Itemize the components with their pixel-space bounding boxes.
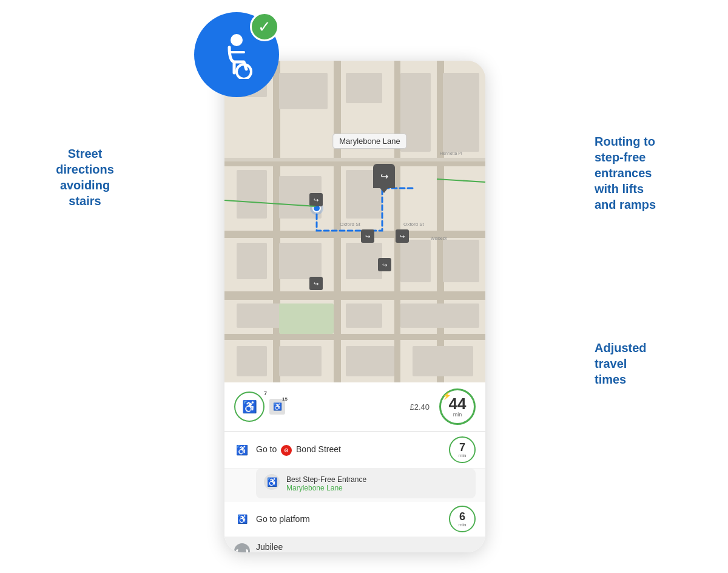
platform-icon: ♿ (234, 511, 250, 527)
route-price: £2.40 (352, 402, 434, 412)
svg-rect-21 (443, 73, 479, 152)
step-bond-street-text: Go to ⊝ Bond Street (256, 444, 443, 456)
svg-text:♿: ♿ (267, 477, 278, 487)
best-entrance-box[interactable]: ♿ Best Step-Free Entrance Marylebone Lan… (256, 469, 476, 498)
svg-rect-32 (346, 346, 394, 376)
svg-rect-18 (346, 73, 382, 103)
jubilee-direction: Southbound (256, 552, 295, 552)
annotation-routing: Routing to step-free entrances with lift… (595, 134, 716, 212)
entrance-box-icon: ♿ (263, 473, 280, 493)
svg-text:Welbeck: Welbeck (431, 236, 447, 240)
route-icons: ♿ 15 (269, 399, 347, 415)
bolt-icon: ⚡ (442, 392, 451, 400)
annotation-left-text: Street directions avoiding stairs (24, 146, 146, 209)
entrance-link: Marylebone Lane (286, 484, 366, 492)
bond-street-time-circle: 7 min (449, 436, 476, 463)
svg-rect-7 (224, 291, 485, 300)
bottom-panel: ♿ 7 ♿ 15 £2.40 ⚡ 44 min ♿ Go to ⊝ (224, 382, 485, 552)
jubilee-line-name: Jubilee (256, 542, 295, 552)
svg-rect-33 (413, 346, 473, 376)
route-summary-row[interactable]: ♿ 7 ♿ 15 £2.40 ⚡ 44 min (224, 382, 485, 432)
jubilee-line-icon (234, 543, 250, 552)
map-area: Oxford St Oxford St Henrietta Pl Welbeck… (224, 61, 485, 382)
jubilee-row[interactable]: Jubilee Southbound (224, 537, 485, 552)
svg-text:Oxford St: Oxford St (340, 222, 361, 227)
platform-row[interactable]: ♿ Go to platform 6 min (224, 502, 485, 536)
annotation-right-top-text: Routing to step-free entrances with lift… (595, 134, 716, 212)
svg-rect-25 (400, 240, 431, 282)
svg-rect-34 (279, 303, 334, 334)
svg-rect-30 (237, 346, 267, 376)
check-icon: ✓ (258, 18, 271, 36)
total-time-label: min (453, 412, 462, 418)
annotation-travel-times: Adjusted travel times (595, 340, 716, 387)
check-badge: ✓ (250, 12, 279, 41)
wheelchair-icon: ♿ (242, 399, 257, 414)
annotation-right-bottom-text: Adjusted travel times (595, 340, 716, 387)
small-entrance-4: ↪ (378, 258, 391, 271)
svg-rect-23 (279, 243, 322, 279)
tube-red-icon: ⊝ (281, 445, 292, 456)
svg-rect-8 (224, 334, 485, 340)
svg-rect-13 (224, 158, 485, 161)
entrance-title: Best Step-Free Entrance (286, 475, 366, 484)
wheelchair-main-badge: ♿ 7 (234, 392, 265, 422)
wheelchair-hero-icon: ✓ (194, 12, 279, 97)
step-wheelchair-icon: ♿ (234, 442, 250, 458)
svg-rect-11 (394, 61, 400, 382)
marylebone-lane-label: Marylebone Lane (332, 134, 406, 149)
svg-rect-15 (279, 73, 328, 109)
small-entrance-5: ↪ (309, 277, 323, 290)
svg-rect-29 (400, 303, 479, 328)
svg-rect-31 (279, 346, 322, 376)
small-entrance-2: ↪ (361, 229, 374, 243)
small-entrance-3: ↪ (396, 229, 409, 243)
svg-text:Oxford St: Oxford St (403, 222, 425, 227)
wc-sup-number: 15 (282, 396, 288, 402)
bond-street-time-num: 7 (459, 442, 465, 453)
phone-frame: Oxford St Oxford St Henrietta Pl Welbeck… (224, 61, 485, 552)
jubilee-info: Jubilee Southbound (256, 542, 295, 552)
main-entrance-icon: ↪ (373, 164, 395, 188)
annotation-street-directions: Street directions avoiding stairs (24, 146, 146, 209)
svg-text:Henrietta Pl: Henrietta Pl (440, 151, 462, 155)
svg-point-2 (231, 34, 243, 46)
small-entrance-1: ↪ (309, 193, 323, 206)
step-bond-street[interactable]: ♿ Go to ⊝ Bond Street 7 min (224, 432, 485, 469)
map-background: Oxford St Oxford St Henrietta Pl Welbeck (224, 61, 485, 382)
total-time-circle: ⚡ 44 min (439, 388, 476, 425)
svg-rect-16 (237, 170, 267, 219)
wheelchair-number: 7 (264, 390, 267, 396)
entrance-box-content: Best Step-Free Entrance Marylebone Lane (286, 475, 366, 492)
platform-time-num: 6 (459, 511, 465, 522)
bond-street-time-lbl: min (459, 453, 467, 458)
svg-rect-22 (237, 243, 267, 279)
svg-rect-28 (346, 303, 382, 328)
platform-time-lbl: min (459, 522, 467, 527)
platform-time-circle: 6 min (449, 506, 476, 532)
svg-rect-24 (346, 243, 382, 279)
platform-text: Go to platform (256, 514, 443, 524)
svg-rect-9 (273, 61, 280, 382)
wc-small-icon: ♿ 15 (269, 399, 285, 415)
svg-rect-26 (443, 240, 479, 282)
